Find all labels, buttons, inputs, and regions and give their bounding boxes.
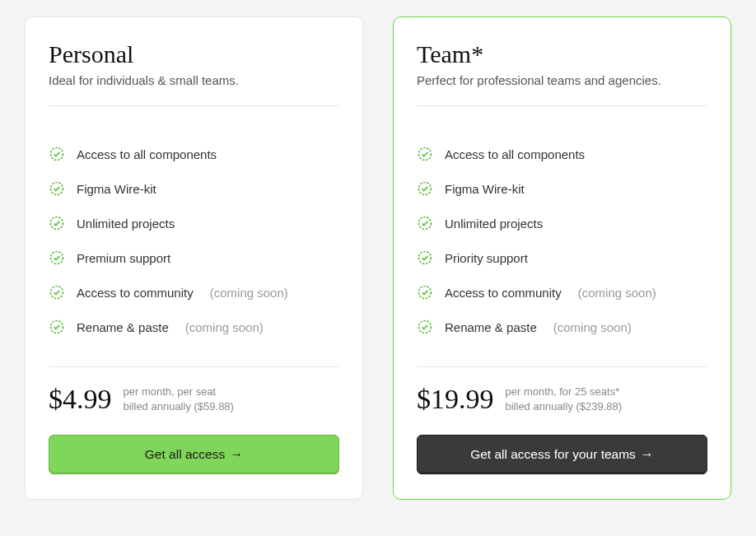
plan-title: Personal	[49, 40, 339, 68]
price-line2: billed annually ($59.88)	[124, 399, 234, 414]
cta-label: Get all access	[145, 447, 225, 462]
feature-item: Unlimited projects	[417, 215, 707, 231]
feature-list: Access to all components Figma Wire-kit …	[49, 146, 339, 335]
price-meta: per month, per seat billed annually ($59…	[124, 385, 234, 413]
feature-item: Access to community (coming soon)	[49, 284, 339, 301]
svg-point-8	[419, 217, 432, 230]
plan-subtitle: Ideal for individuals & small teams.	[49, 73, 339, 87]
check-icon	[49, 284, 65, 301]
feature-label: Rename & paste	[77, 320, 169, 334]
svg-point-1	[51, 183, 63, 195]
feature-label: Unlimited projects	[445, 217, 543, 231]
feature-label: Access to all components	[445, 147, 585, 161]
feature-tag: (coming soon)	[553, 320, 632, 334]
check-icon	[49, 215, 65, 231]
svg-point-4	[51, 287, 63, 299]
pricing-cards: Personal Ideal for individuals & small t…	[25, 16, 731, 500]
plan-title: Team*	[417, 40, 707, 68]
check-icon	[417, 215, 433, 231]
feature-label: Access to community	[445, 286, 562, 300]
svg-point-6	[419, 148, 432, 161]
check-icon	[417, 284, 433, 301]
feature-item: Access to community (coming soon)	[417, 284, 707, 301]
check-icon	[49, 319, 65, 335]
get-access-team-button[interactable]: Get all access for your teams →	[417, 435, 707, 474]
feature-item: Premium support	[49, 249, 339, 266]
price-line1: per month, per seat	[124, 385, 234, 399]
svg-point-10	[419, 287, 432, 299]
cta-label: Get all access for your teams	[470, 447, 636, 462]
svg-point-7	[419, 183, 432, 195]
check-icon	[49, 180, 65, 197]
svg-point-9	[419, 252, 432, 264]
svg-point-2	[51, 217, 63, 230]
feature-label: Premium support	[77, 251, 170, 265]
feature-item: Unlimited projects	[49, 215, 339, 231]
price-line1: per month, for 25 seats*	[506, 385, 623, 399]
price-row: $19.99 per month, for 25 seats* billed a…	[417, 384, 707, 415]
feature-tag: (coming soon)	[578, 286, 656, 300]
divider	[417, 366, 707, 367]
svg-point-5	[51, 321, 63, 333]
price-value: $4.99	[49, 384, 112, 415]
feature-item: Rename & paste (coming soon)	[49, 319, 339, 335]
feature-item: Figma Wire-kit	[49, 180, 339, 197]
arrow-right-icon: →	[641, 447, 654, 462]
price-value: $19.99	[417, 384, 494, 415]
feature-tag: (coming soon)	[185, 320, 264, 334]
feature-label: Figma Wire-kit	[77, 182, 156, 196]
price-row: $4.99 per month, per seat billed annuall…	[49, 384, 339, 415]
svg-point-0	[51, 148, 63, 161]
feature-label: Access to all components	[77, 147, 217, 161]
plan-card-personal: Personal Ideal for individuals & small t…	[25, 16, 363, 500]
plan-subtitle: Perfect for professional teams and agenc…	[417, 73, 707, 87]
svg-point-3	[51, 252, 63, 264]
get-access-button[interactable]: Get all access →	[49, 435, 339, 474]
feature-label: Figma Wire-kit	[445, 182, 525, 196]
feature-item: Rename & paste (coming soon)	[417, 319, 707, 335]
plan-card-team: Team* Perfect for professional teams and…	[393, 16, 731, 500]
price-line2: billed annually ($239.88)	[506, 399, 623, 414]
feature-tag: (coming soon)	[210, 286, 288, 300]
feature-label: Unlimited projects	[77, 217, 175, 231]
check-icon	[417, 146, 433, 162]
feature-label: Rename & paste	[445, 320, 537, 334]
divider	[49, 105, 339, 106]
feature-label: Access to community	[77, 286, 194, 300]
feature-item: Access to all components	[417, 146, 707, 162]
feature-list: Access to all components Figma Wire-kit …	[417, 146, 707, 335]
feature-item: Priority support	[417, 249, 707, 266]
check-icon	[417, 319, 433, 335]
check-icon	[49, 146, 65, 162]
svg-point-11	[419, 321, 432, 333]
arrow-right-icon: →	[230, 447, 243, 462]
divider	[49, 366, 339, 367]
price-meta: per month, for 25 seats* billed annually…	[506, 385, 623, 413]
check-icon	[49, 249, 65, 266]
feature-item: Access to all components	[49, 146, 339, 162]
divider	[417, 105, 707, 106]
check-icon	[417, 180, 433, 197]
feature-label: Priority support	[445, 251, 528, 265]
feature-item: Figma Wire-kit	[417, 180, 707, 197]
check-icon	[417, 249, 433, 266]
